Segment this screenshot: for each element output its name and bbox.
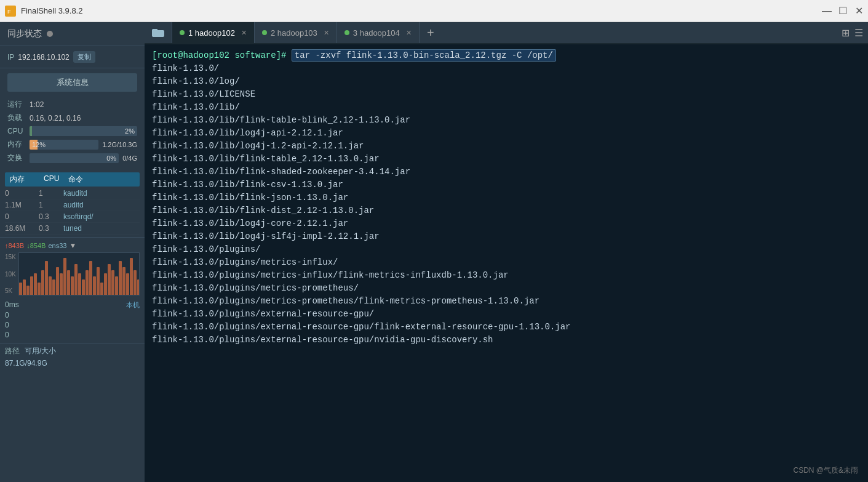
cpu-bar [30,126,32,136]
net-dropdown-icon[interactable]: ▼ [69,241,76,250]
chart-bar [130,258,133,295]
swap-bar-container: 0% [30,153,119,163]
chart-bar [100,283,103,295]
terminal-output-line: flink-1.13.0/lib/flink-dist_2.12-1.13.0.… [152,204,861,217]
chart-bar [23,279,26,295]
latency-label: 0ms [5,300,19,310]
chart-bar [111,270,114,295]
csdn-watermark: CSDN @气质&未雨 [793,465,858,476]
tab-dot-2 [262,30,267,35]
path-header: 路径 可用/大小 [5,346,140,356]
sync-dot [47,31,53,37]
right-panel: 1 hadoop102 ✕ 2 hadoop103 ✕ 3 hadoop104 … [145,22,868,482]
titlebar: F FinalShell 3.9.8.2 — ☐ ✕ [0,0,868,22]
terminal-output-line: flink-1.13.0/plugins/external-resource-g… [152,334,861,347]
terminal-command: tar -zxvf flink-1.13.0-bin-scala_2.12.tg… [292,49,556,62]
latency-section: 0ms 本机 0 0 0 [0,298,145,343]
terminal-output-line: flink-1.13.0/lib/log4j-1.2-api-2.12.1.ja… [152,140,861,153]
latency-row-0: 0 [5,311,140,319]
mem-label: 内存 [7,139,26,150]
network-header: ↑843B ↓854B ens33 ▼ [5,241,140,250]
chart-bar [30,276,33,295]
copy-button[interactable]: 复制 [73,51,95,63]
process-row: 1.1M1auditd [5,199,140,211]
chart-bar [34,273,37,295]
tab-close-1[interactable]: ✕ [241,29,247,37]
mem-value: 12% [32,140,96,150]
terminal-output-line: flink-1.13.0/ [152,62,861,75]
sync-label: 同步状态 [7,28,42,39]
swap-detail: 0/4G [122,155,137,162]
cpu-value: 2% [125,126,135,136]
chart-bar [104,273,107,295]
available-label: 可用/大小 [25,346,56,356]
chart-bar [67,270,70,295]
net-down: ↓854B [26,242,46,249]
latency-row: 0ms 本机 [5,300,140,310]
chart-bar [52,279,55,295]
tab-dot-1 [180,30,185,35]
sysinfo-button[interactable]: 系统信息 [7,73,137,92]
chart-y-10k: 10K [5,271,16,278]
terminal-output-line: flink-1.13.0/plugins/ [152,243,861,256]
app-title: FinalShell 3.9.8.2 [21,6,82,15]
process-row: 01kauditd [5,188,140,199]
uptime-label: 运行 [7,99,26,110]
chart-bar [19,283,22,295]
tab-hadoop104[interactable]: 3 hadoop104 ✕ [337,22,420,43]
local-button[interactable]: 本机 [126,300,140,310]
chart-bar [78,273,81,295]
tab-hadoop102[interactable]: 1 hadoop102 ✕ [172,22,255,43]
tab-close-2[interactable]: ✕ [324,29,329,37]
chart-bar [26,286,30,295]
chart-bar [119,261,122,295]
path-row: 87.1G/94.9G [5,359,140,368]
titlebar-left: F FinalShell 3.9.8.2 [5,6,82,17]
terminal-output-line: flink-1.13.0/lib/flink-csv-1.13.0.jar [152,179,861,191]
grid-icon[interactable]: ⊞ [842,27,850,39]
chart-bar [41,270,44,295]
swap-label: 交换 [7,153,26,163]
uptime-row: 运行 1:02 [7,99,137,110]
mem-detail: 1.2G/10.3G [102,141,137,148]
terminal-output-line: flink-1.13.0/plugins/metrics-influx/ [152,256,861,269]
chart-bar [82,279,85,295]
terminal-output-line: flink-1.13.0/plugins/external-resource-g… [152,321,861,334]
path-value: 87.1G/94.9G [5,359,47,368]
terminal[interactable]: [root@hadoop102 software]# tar -zxvf fli… [145,44,868,482]
chart-bar [45,261,48,295]
net-up: ↑843B [5,242,24,249]
folder-icon-button[interactable] [145,22,172,43]
stats-section: 运行 1:02 负载 0.16, 0.21, 0.16 CPU 2% 内存 12… [0,97,145,169]
process-list: 01kauditd1.1M1auditd00.3ksoftirqd/18.6M0… [0,188,145,235]
tab-hadoop103[interactable]: 2 hadoop103 ✕ [255,22,337,43]
terminal-output-line: flink-1.13.0/plugins/metrics-prometheus/ [152,282,861,295]
terminal-output-line: flink-1.13.0/lib/log4j-api-2.12.1.jar [152,127,861,140]
sidebar: 同步状态 IP 192.168.10.102 复制 系统信息 运行 1:02 负… [0,22,145,482]
process-row: 18.6M0.3tuned [5,223,140,235]
mem-bar-container: 12% [30,140,98,150]
chart-bar [93,276,96,295]
tab-bar: 1 hadoop102 ✕ 2 hadoop103 ✕ 3 hadoop104 … [145,22,868,44]
tab-label-2: 2 hadoop103 [271,28,317,38]
terminal-output-line: flink-1.13.0/LICENSE [152,88,861,101]
load-value: 0.16, 0.21, 0.16 [30,114,81,123]
uptime-value: 1:02 [30,100,44,109]
ip-row: IP 192.168.10.102 复制 [0,46,145,68]
process-row: 00.3ksoftirqd/ [5,211,140,223]
minimize-button[interactable]: — [822,7,831,15]
add-tab-button[interactable]: + [420,22,442,43]
sync-status: 同步状态 [0,22,145,46]
tab-close-3[interactable]: ✕ [406,29,412,37]
terminal-output-line: flink-1.13.0/lib/ [152,101,861,114]
list-icon[interactable]: ☰ [854,27,863,39]
terminal-output-line: flink-1.13.0/log/ [152,75,861,88]
terminal-output-line: flink-1.13.0/lib/flink-json-1.13.0.jar [152,191,861,204]
proc-header-mem: 内存 [10,174,44,185]
maximize-button[interactable]: ☐ [838,7,847,15]
process-table-header: 内存 CPU 命令 [5,172,140,187]
tab-bar-right: ⊞ ☰ [842,22,868,43]
tab-label-1: 1 hadoop102 [188,28,235,38]
close-button[interactable]: ✕ [854,7,863,15]
network-graph [18,252,140,295]
